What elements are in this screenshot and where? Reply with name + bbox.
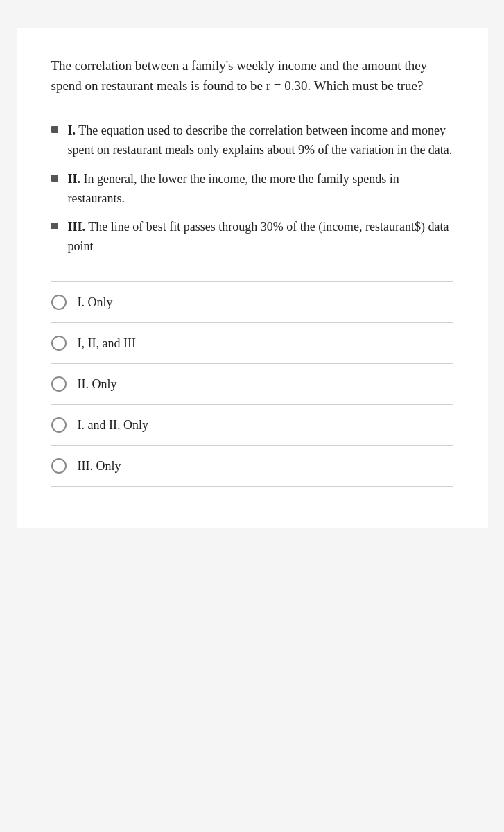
bullet-icon-3 — [51, 223, 58, 229]
option-item-1[interactable]: I. Only — [51, 281, 453, 323]
option-item-5[interactable]: III. Only — [51, 446, 453, 487]
option-label-2: I, II, and III — [78, 336, 136, 351]
option-item-3[interactable]: II. Only — [51, 364, 453, 405]
option-label-5: III. Only — [78, 459, 121, 474]
option-item-4[interactable]: I. and II. Only — [51, 405, 453, 446]
option-label-3: II. Only — [78, 377, 117, 392]
bullet-icon-1 — [51, 126, 58, 133]
statement-text-2: II. In general, the lower the income, th… — [68, 170, 453, 209]
statement-label-2: II. — [68, 172, 81, 186]
radio-5[interactable] — [51, 458, 67, 474]
radio-4[interactable] — [51, 417, 67, 433]
radio-1[interactable] — [51, 295, 67, 310]
radio-3[interactable] — [51, 376, 67, 392]
question-text: The correlation between a family's weekl… — [51, 55, 453, 96]
statement-item-2: II. In general, the lower the income, th… — [51, 170, 453, 209]
statement-label-3: III. — [68, 220, 86, 234]
question-card: The correlation between a family's weekl… — [17, 28, 488, 528]
statements-list: I. The equation used to describe the cor… — [51, 121, 453, 257]
statement-item-3: III. The line of best fit passes through… — [51, 218, 453, 257]
statement-item-1: I. The equation used to describe the cor… — [51, 121, 453, 160]
options-list: I. Only I, II, and III II. Only I. and I… — [51, 281, 453, 487]
bullet-icon-2 — [51, 175, 58, 182]
option-label-4: I. and II. Only — [78, 418, 148, 433]
option-item-2[interactable]: I, II, and III — [51, 323, 453, 364]
statement-label-1: I. — [68, 123, 76, 137]
statement-text-3: III. The line of best fit passes through… — [68, 218, 453, 257]
statement-text-1: I. The equation used to describe the cor… — [68, 121, 453, 160]
option-label-1: I. Only — [78, 295, 113, 310]
radio-2[interactable] — [51, 336, 67, 351]
